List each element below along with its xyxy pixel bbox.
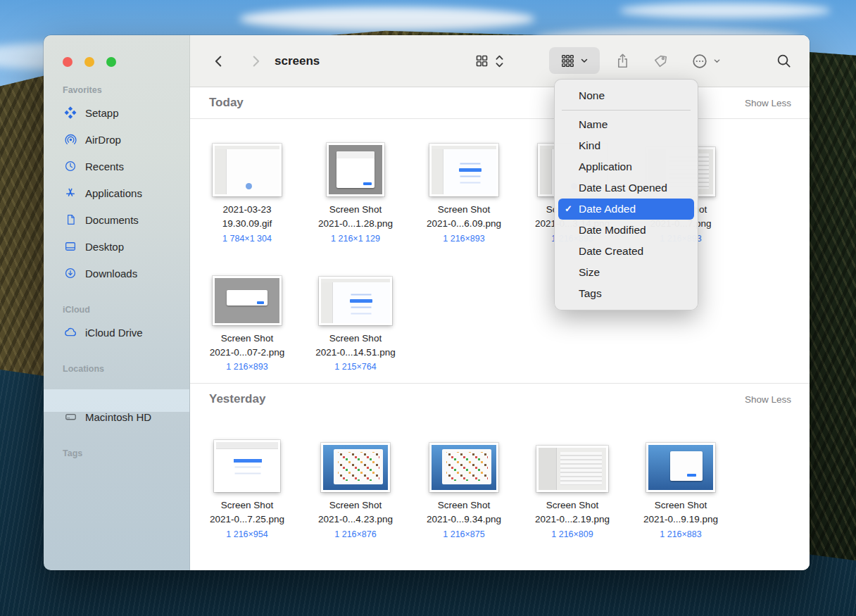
clock-icon	[62, 159, 79, 173]
file-item[interactable]: Screen Shot2021-0...9.34.png 1 216×875	[410, 432, 518, 539]
file-name: Screen Shot2021-0...6.09.png	[427, 203, 501, 232]
zoom-button[interactable]	[106, 57, 116, 67]
more-options-button[interactable]	[691, 35, 721, 87]
chevron-down-icon	[713, 57, 721, 65]
menu-item-date-created[interactable]: Date Created	[555, 241, 698, 262]
finder-window: Favorites Setapp AirDrop	[44, 35, 810, 570]
file-grid-today-row1: 2021-03-2319.30.09.gif 1 784×1 304 Scree…	[190, 136, 810, 244]
menu-item-size[interactable]: Size	[555, 262, 698, 283]
file-grid-today-row2: Screen Shot2021-0...07-2.png 1 216×893 S…	[190, 265, 810, 372]
file-dimensions: 1 216×1 129	[331, 234, 380, 244]
up-down-chevrons-icon	[495, 54, 504, 68]
sidebar-item-setapp[interactable]: Setapp	[44, 99, 189, 126]
file-item[interactable]: Screen Shot2021-0...6.09.png 1 216×893	[410, 136, 518, 244]
group-by-button[interactable]	[549, 47, 600, 74]
file-thumbnail	[327, 136, 384, 196]
show-less-button[interactable]: Show Less	[745, 98, 791, 108]
file-item[interactable]: 2021-03-2319.30.09.gif 1 784×1 304	[193, 136, 301, 244]
file-item[interactable]: Screen Shot2021-0...2.19.png 1 216×809	[518, 432, 627, 539]
sidebar-item-downloads[interactable]: Downloads	[44, 260, 189, 287]
sidebar-section-favorites: Favorites Setapp AirDrop	[44, 85, 189, 287]
file-name: Screen Shot2021-0...07-2.png	[210, 332, 285, 360]
file-item[interactable]: Screen Shot2021-0...7.25.png 1 216×954	[193, 432, 301, 539]
group-by-icon	[560, 54, 575, 68]
file-item[interactable]: Screen Shot2021-0...4.23.png 1 216×876	[301, 432, 410, 539]
grid-view-icon	[474, 54, 489, 68]
menu-item-none[interactable]: None	[555, 85, 698, 106]
file-name: Screen Shot2021-0...9.34.png	[427, 498, 501, 527]
close-button[interactable]	[63, 57, 73, 67]
desktop-icon	[62, 239, 79, 253]
back-button[interactable]	[211, 35, 227, 87]
file-thumbnail	[213, 136, 282, 196]
file-name: Screen Shot2021-0...2.19.png	[535, 498, 610, 527]
search-button[interactable]	[776, 35, 792, 87]
file-dimensions: 1 216×876	[334, 529, 376, 539]
section-title: Today	[209, 96, 244, 110]
ellipsis-circle-icon	[691, 53, 708, 70]
section-title: Yesterday	[209, 392, 265, 406]
file-thumbnail	[646, 432, 715, 492]
file-dimensions: 1 216×883	[660, 529, 701, 539]
sidebar-section-label: iCloud	[44, 305, 189, 319]
sidebar-item-label: Desktop	[85, 241, 124, 253]
file-dimensions: 1 216×893	[443, 234, 484, 244]
file-dimensions: 1 216×809	[551, 529, 593, 539]
sidebar-section-tags: Tags	[44, 448, 189, 463]
sidebar-item-airdrop[interactable]: AirDrop	[44, 126, 189, 153]
menu-item-date-modified[interactable]: Date Modified	[555, 220, 698, 241]
desktop-wallpaper: Favorites Setapp AirDrop	[0, 0, 856, 616]
file-name: Screen Shot2021-0...7.25.png	[210, 498, 284, 527]
forward-button[interactable]	[248, 35, 263, 87]
group-by-menu: None Name Kind Application Date Last Ope…	[554, 79, 698, 310]
setapp-icon	[62, 106, 79, 120]
sidebar-section-label: Tags	[44, 448, 189, 463]
sidebar-section-label: Favorites	[44, 85, 189, 99]
file-browser-content: Today Show Less 2021-03-2319.30.09.gif 1…	[190, 87, 810, 570]
sidebar-item-recents[interactable]: Recents	[44, 153, 189, 180]
sidebar-section-label: Locations	[44, 364, 189, 378]
cloud	[619, 3, 831, 18]
section-header-yesterday: Yesterday Show Less	[190, 383, 810, 415]
file-thumbnail	[429, 136, 498, 196]
chevron-down-icon	[580, 56, 588, 65]
airdrop-icon	[62, 132, 79, 146]
file-thumbnail	[214, 432, 280, 492]
file-thumbnail	[321, 432, 390, 492]
file-item[interactable]: Screen Shot2021-0...07-2.png 1 216×893	[193, 265, 301, 372]
file-item[interactable]: Screen Shot2021-0...14.51.png 1 215×764	[301, 265, 410, 372]
sidebar-item-label: AirDrop	[85, 134, 121, 146]
download-circle-icon	[62, 266, 79, 280]
file-item[interactable]: Screen Shot2021-0...1.28.png 1 216×1 129	[301, 136, 410, 244]
window-title: screens	[275, 35, 320, 87]
sidebar-item-icloud-drive[interactable]: iCloud Drive	[44, 319, 189, 346]
view-switcher-button[interactable]	[474, 35, 504, 87]
sidebar-item-label: Documents	[85, 214, 139, 226]
sidebar-item-macintosh-hd[interactable]: Macintosh HD	[44, 403, 189, 430]
sidebar-item-label: Macintosh HD	[85, 411, 151, 423]
menu-item-tags[interactable]: Tags	[555, 283, 698, 304]
sidebar-item-desktop[interactable]: Desktop	[44, 233, 189, 260]
cloud-icon	[62, 325, 79, 339]
sidebar-item-label: Setapp	[85, 107, 119, 119]
sidebar-item-documents[interactable]: Documents	[44, 206, 189, 233]
menu-item-kind[interactable]: Kind	[555, 135, 698, 156]
file-dimensions: 1 216×954	[226, 529, 268, 539]
menu-item-name[interactable]: Name	[555, 114, 698, 135]
app-store-icon	[62, 186, 79, 200]
menu-item-application[interactable]: Application	[555, 156, 698, 177]
sidebar-item-label: iCloud Drive	[85, 327, 143, 339]
sidebar-item-applications[interactable]: Applications	[44, 180, 189, 206]
menu-separator	[562, 110, 691, 111]
file-dimensions: 1 216×893	[226, 362, 268, 372]
section-header-today: Today Show Less	[190, 87, 810, 119]
menu-item-date-added[interactable]: ✓ Date Added	[558, 199, 694, 220]
file-dimensions: 1 784×1 304	[222, 234, 272, 244]
document-icon	[62, 213, 79, 227]
menu-item-date-last-opened[interactable]: Date Last Opened	[555, 177, 698, 199]
file-thumbnail	[429, 432, 498, 492]
minimize-button[interactable]	[84, 57, 94, 67]
file-item[interactable]: Screen Shot2021-0...9.19.png 1 216×883	[627, 432, 735, 539]
show-less-button[interactable]: Show Less	[745, 394, 791, 405]
toolbar: screens	[190, 35, 810, 87]
